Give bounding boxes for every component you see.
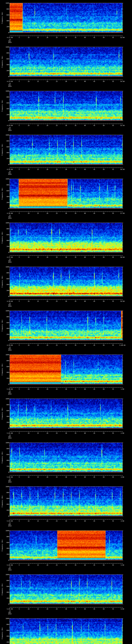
x-tick-label: 40 [84,564,86,566]
x-tick-label: 5 [19,81,20,82]
x-tick-label: 15 [37,213,39,214]
y-tick-label: 200 [0,70,9,71]
x-tick-label: 10 [28,37,30,38]
y-tick-label: 200 [0,598,9,599]
y-tick-label: 0 [0,560,9,561]
x-tick-label: 10 [28,388,30,390]
x-tick-label: 25 [56,256,58,258]
spectrogram-panel-5-03-00: Frequency (Hz)02004006008001000510152025… [0,484,132,528]
start-time-label: 5:03:00 [7,520,13,522]
x-tick-label: 5 [19,608,20,610]
x-tick-label: 45 [94,300,95,302]
y-tick-label: 800 [0,184,9,186]
x-tick-label: 55 [112,476,114,478]
y-tick-label: 200 [0,202,9,203]
y-axis-title: Frequency (Hz) [2,495,3,507]
start-time-label: 4:59:00 [7,344,13,346]
y-tick-label: 200 [0,114,9,116]
y-tick-label: 800 [0,448,9,449]
x-tick-label: 55 [112,256,114,258]
x-tick-label: 15 [37,256,39,258]
y-tick-label: 0 [0,340,9,341]
x-tick-label: 20 [46,564,48,566]
end-time-label: 5:00 [121,564,124,566]
y-tick-label: 400 [0,460,9,461]
end-time-label: 59:00 [120,300,124,302]
x-tick-label: 15 [37,300,39,302]
x-tick-label: 20 [46,344,48,346]
y-axis-title: Frequency (Hz) [2,320,3,332]
y-tick-label: 1000 [0,310,9,312]
y-tick-label: 0 [0,472,9,473]
x-tick-label: 10 [28,256,30,258]
x-tick-label: 20 [46,256,48,258]
x-tick-label: 40 [84,476,86,478]
start-time-label: 4:53:00 [7,81,13,82]
date-line: 2014 [8,393,12,395]
y-tick-label: 0 [0,428,9,429]
y-tick-label: 400 [0,108,9,110]
y-tick-label: 0 [0,604,9,605]
y-tick-label: 1000 [0,134,9,136]
y-tick-label: 400 [0,328,9,329]
x-tick-label: 40 [84,256,86,258]
y-tick-label: 600 [0,630,9,631]
y-tick-label: 400 [0,636,9,637]
spectrogram-panel-4-56-00: Frequency (Hz)02004006008001000510152025… [0,176,132,220]
x-tick-label: 10 [28,300,30,302]
y-tick-label: 600 [0,410,9,411]
x-tick-label: 55 [112,125,114,126]
x-tick-label: 15 [37,344,39,346]
y-tick-label: 0 [0,76,9,77]
y-axis-title: Frequency (Hz) [2,408,3,420]
end-time-label: 58:00 [120,256,124,258]
x-tick-label: 50 [103,300,104,302]
x-tick-label: 10 [28,476,30,478]
spectrogram-panel-4-55-00: Frequency (Hz)02004006008001000510152025… [0,132,132,176]
x-tick-label: 30 [65,344,67,346]
y-tick-label: 200 [0,466,9,467]
x-tick-label: 45 [94,37,95,38]
y-tick-label: 800 [0,96,9,98]
y-axis-title: Frequency (Hz) [2,540,3,552]
x-tick-label: 45 [94,213,95,214]
y-tick-label: 200 [0,378,9,379]
x-tick-label: 50 [103,432,104,434]
x-tick-label: 50 [103,388,104,390]
x-tick-label: 45 [94,388,95,390]
x-tick-label: 55 [112,81,114,82]
y-axis-title: Frequency (Hz) [2,364,3,376]
x-tick-label: 50 [103,213,104,214]
y-tick-label: 200 [0,246,9,247]
spectrogram-panel-5-02-00: Frequency (Hz)02004006008001000510152025… [0,440,132,484]
x-tick-label: 15 [37,37,39,38]
x-tick-label: 35 [75,476,76,478]
x-tick-label: 25 [56,520,58,522]
x-tick-label: 5 [19,213,20,214]
spectrogram-panel-4-52-00: Frequency (Hz)02004006008001000510152025… [0,0,132,44]
x-tick-label: 40 [84,432,86,434]
x-tick-label: 45 [94,520,95,522]
x-tick-label: 40 [84,169,86,170]
x-tick-label: 30 [65,169,67,170]
spectrogram-panel-5-00-00: Frequency (Hz)02004006008001000510152025… [0,352,132,396]
y-tick-label: 0 [0,208,9,209]
x-tick-label: 45 [94,256,95,258]
x-tick-label: 45 [94,432,95,434]
x-tick-label: 45 [94,125,95,126]
date-line: 2014 [8,218,12,219]
y-tick-label: 200 [0,26,9,28]
y-tick-label: 600 [0,278,9,279]
x-tick-label: 10 [28,608,30,610]
y-tick-label: 1000 [0,618,9,619]
y-tick-label: 1000 [0,222,9,224]
spectrogram-stack-page: Frequency (Hz)02004006008001000510152025… [0,0,132,644]
x-tick-label: 45 [94,344,95,346]
y-axis-title: Frequency (Hz) [2,452,3,464]
x-tick-label: 20 [46,300,48,302]
end-time-label: 57:00 [120,213,124,214]
y-tick-label: 1000 [0,398,9,400]
x-tick-label: 45 [94,608,95,610]
x-tick-label: 25 [56,37,58,38]
y-tick-label: 1000 [0,178,9,180]
